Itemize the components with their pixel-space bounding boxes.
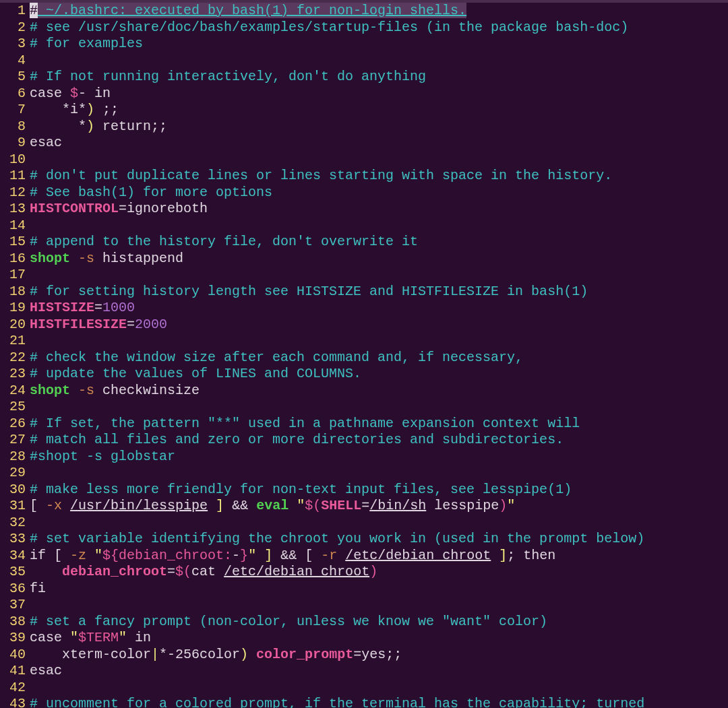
code-token: checkwinsize (94, 383, 200, 398)
code-line[interactable] (30, 680, 728, 697)
line-number: 12 (0, 185, 26, 201)
code-token: shopt (30, 383, 70, 398)
code-area[interactable]: # ~/.bashrc: executed by bash(1) for non… (30, 3, 728, 708)
code-token: # check the window size after each comma… (30, 350, 523, 365)
line-number: 13 (0, 201, 26, 218)
code-token: # set variable identifying the chroot yo… (30, 531, 644, 546)
code-token (337, 548, 345, 563)
code-line[interactable]: # update the values of LINES and COLUMNS… (30, 366, 728, 383)
code-token: # set a fancy prompt (non-color, unless … (30, 614, 547, 629)
code-line[interactable]: case $- in (30, 86, 728, 102)
code-token: /bin/sh (369, 498, 426, 513)
line-number: 9 (0, 135, 26, 152)
code-line[interactable] (30, 218, 728, 234)
code-token: =yes;; (353, 647, 402, 662)
code-token: = (127, 317, 135, 332)
line-number: 14 (0, 218, 26, 234)
code-line[interactable]: fi (30, 581, 728, 598)
code-token: ] (499, 548, 507, 563)
code-line[interactable]: xterm-color|*-256color) color_prompt=yes… (30, 647, 728, 664)
code-line[interactable] (30, 399, 728, 416)
code-token: shopt (30, 251, 70, 266)
code-line[interactable]: # match all files and zero or more direc… (30, 432, 728, 449)
code-line[interactable]: # See bash(1) for more options (30, 185, 728, 201)
code-line[interactable]: # make less more friendly for non-text i… (30, 482, 728, 498)
code-line[interactable]: # If set, the pattern "**" used in a pat… (30, 416, 728, 432)
line-number: 36 (0, 581, 26, 598)
code-token: ; then (507, 548, 555, 563)
code-token: # match all files and zero or more direc… (30, 432, 564, 447)
code-token: " (297, 498, 305, 513)
code-token: # for setting history length see HISTSIZ… (30, 284, 588, 299)
line-number: 42 (0, 680, 26, 697)
code-line[interactable]: # set a fancy prompt (non-color, unless … (30, 614, 728, 631)
code-token: - (232, 548, 240, 563)
code-token: # make less more friendly for non-text i… (30, 482, 572, 497)
code-line[interactable]: [ -x /usr/bin/lesspipe ] && eval "$(SHEL… (30, 498, 728, 515)
code-line[interactable]: shopt -s histappend (30, 251, 728, 267)
code-line[interactable]: case "$TERM" in (30, 630, 728, 647)
line-number: 6 (0, 86, 26, 102)
code-token: $ (70, 86, 78, 101)
code-line[interactable] (30, 515, 728, 532)
code-line[interactable]: *i*) ;; (30, 102, 728, 119)
code-token: } (240, 548, 248, 563)
line-number: 30 (0, 482, 26, 498)
code-token: ) (499, 498, 507, 513)
code-line[interactable]: # check the window size after each comma… (30, 350, 728, 366)
code-token: /etc/debian_chroot (224, 564, 369, 579)
code-token: color_prompt (256, 647, 353, 662)
code-token: && [ (272, 548, 321, 563)
code-line[interactable]: # uncomment for a colored prompt, if the… (30, 696, 728, 708)
code-token: # If not running interactively, don't do… (30, 69, 426, 84)
code-line[interactable]: # for setting history length see HISTSIZ… (30, 284, 728, 300)
code-token (70, 383, 78, 398)
line-number: 8 (0, 119, 26, 135)
code-line[interactable]: # for examples (30, 36, 728, 53)
code-line[interactable]: debian_chroot=$(cat /etc/debian_chroot) (30, 564, 728, 581)
code-line[interactable]: # see /usr/share/doc/bash/examples/start… (30, 20, 728, 36)
code-line[interactable]: # If not running interactively, don't do… (30, 69, 728, 86)
code-line[interactable]: esac (30, 135, 728, 152)
code-token: 2000 (135, 317, 167, 332)
code-line[interactable]: # append to the history file, don't over… (30, 234, 728, 251)
code-token: fi (30, 581, 46, 596)
code-token: # append to the history file, don't over… (30, 234, 418, 249)
code-token: ${debian_chroot: (102, 548, 232, 563)
code-line[interactable]: HISTSIZE=1000 (30, 300, 728, 317)
code-token: * (30, 119, 86, 134)
code-line[interactable]: *) return;; (30, 119, 728, 135)
code-line[interactable]: # set variable identifying the chroot yo… (30, 531, 728, 548)
code-line[interactable]: shopt -s checkwinsize (30, 383, 728, 399)
code-token: " (248, 548, 256, 563)
code-line[interactable] (30, 53, 728, 69)
line-number: 39 (0, 630, 26, 647)
code-token: histappend (94, 251, 183, 266)
code-line[interactable] (30, 152, 728, 168)
code-line[interactable]: HISTFILESIZE=2000 (30, 317, 728, 333)
code-token: " (119, 630, 127, 645)
code-line[interactable]: # don't put duplicate lines or lines sta… (30, 168, 728, 185)
code-line[interactable]: #shopt -s globstar (30, 449, 728, 465)
code-token: HISTCONTROL (30, 201, 119, 216)
editor-pane[interactable]: 1234567891011121314151617181920212223242… (0, 3, 728, 708)
code-token: -x (46, 498, 62, 513)
line-number: 15 (0, 234, 26, 251)
code-token (208, 498, 216, 513)
code-line[interactable] (30, 333, 728, 350)
code-line[interactable]: # ~/.bashrc: executed by bash(1) for non… (30, 3, 728, 20)
code-token: $( (175, 564, 191, 579)
code-token: [ (30, 498, 46, 513)
code-line[interactable]: HISTCONTROL=ignoreboth (30, 201, 728, 218)
code-line[interactable] (30, 465, 728, 482)
code-token: # (30, 3, 38, 18)
line-number: 1 (0, 3, 26, 20)
code-line[interactable]: esac (30, 663, 728, 680)
code-line[interactable]: if [ -z "${debian_chroot:-}" ] && [ -r /… (30, 548, 728, 565)
code-token: /etc/debian_chroot (345, 548, 491, 563)
code-line[interactable] (30, 597, 728, 614)
code-token: # update the values of LINES and COLUMNS… (30, 366, 361, 381)
code-line[interactable] (30, 267, 728, 284)
line-number: 22 (0, 350, 26, 366)
line-number: 18 (0, 284, 26, 300)
